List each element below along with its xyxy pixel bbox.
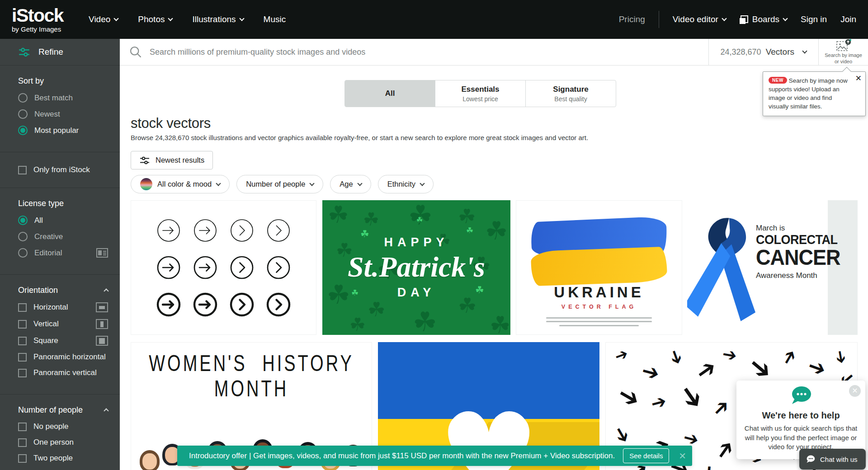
- main-nav: Video Photos Illustrations Music: [89, 14, 286, 24]
- number-of-people-header[interactable]: Number of people: [18, 405, 108, 415]
- people-one-person[interactable]: One person: [18, 438, 108, 447]
- chevron-up-icon: [104, 288, 108, 293]
- new-feature-tooltip: ✕ NEWSearch by image now supports video!…: [763, 71, 866, 116]
- chat-with-us-button[interactable]: Chat with us: [799, 449, 866, 470]
- license-creative[interactable]: Creative: [18, 232, 108, 241]
- only-from-istock-checkbox[interactable]: Only from iStock: [18, 165, 108, 174]
- orientation-section: Orientation Horizontal Vertical Square P…: [0, 275, 120, 395]
- orientation-panoramic-horizontal[interactable]: Panoramic horizontal: [18, 352, 108, 362]
- circle-arrow-icon: [156, 218, 181, 243]
- search-by-image-label: Search by imageor video: [825, 52, 862, 65]
- nav-sign-in[interactable]: Sign in: [801, 14, 827, 24]
- result-colorectal-cancer-awareness[interactable]: March is COLORECTAL CANCER Awareness Mon…: [687, 200, 858, 335]
- nav-join[interactable]: Join: [840, 14, 856, 24]
- istock-logo[interactable]: iStock by Getty Images: [12, 6, 63, 33]
- people-two-people[interactable]: Two people: [18, 454, 108, 463]
- tab-all[interactable]: All: [345, 80, 435, 107]
- shamrock-glyph: ☘: [351, 289, 359, 297]
- orientation-square[interactable]: Square: [18, 336, 108, 346]
- orientation-panoramic-vertical[interactable]: Panoramic vertical: [18, 368, 108, 377]
- sort-by-section: Sort by Best match Newest Most popular: [0, 66, 120, 152]
- circle-arrow-icon: [156, 292, 181, 317]
- nav-photos[interactable]: Photos: [138, 14, 172, 24]
- nav-music[interactable]: Music: [264, 14, 286, 24]
- nav-video-editor[interactable]: Video editor: [673, 14, 726, 24]
- sort-newest[interactable]: Newest: [18, 109, 108, 119]
- stpatrick-happy: HAPPY: [384, 235, 448, 249]
- chevron-down-icon: [420, 181, 425, 186]
- pricing-tier-tabs: All EssentialsLowest price SignatureBest…: [344, 80, 616, 107]
- chevron-down-icon: [114, 16, 119, 21]
- filter-age[interactable]: Age: [330, 175, 371, 193]
- media-type-dropdown[interactable]: 24,328,670 Vectors: [708, 39, 818, 65]
- shamrock-glyph: ☘: [328, 203, 349, 226]
- shamrock-glyph: ☘: [458, 207, 476, 226]
- filter-color-mood[interactable]: All color & mood: [131, 175, 230, 193]
- horizontal-thumb-icon: [96, 302, 108, 312]
- boards-icon: [740, 15, 748, 24]
- arrow-doodle-glyph: ➔: [613, 345, 630, 364]
- search-icon[interactable]: [129, 45, 142, 59]
- filter-number-of-people[interactable]: Number of people: [236, 175, 323, 193]
- see-details-button[interactable]: See details: [623, 448, 669, 463]
- people-no-people[interactable]: No people: [18, 422, 108, 431]
- license-all[interactable]: All: [18, 216, 108, 225]
- womens-title: WOMEN'S HISTORY MONTH: [131, 351, 372, 402]
- popup-close-icon[interactable]: ✕: [849, 385, 861, 397]
- shamrock-glyph: ☘: [327, 282, 350, 308]
- arrow-doodle-glyph: ➔: [721, 345, 738, 365]
- checkbox-icon: [18, 303, 27, 312]
- ukraine-title: UKRAINE: [516, 284, 682, 301]
- refine-panel-header[interactable]: Refine: [0, 39, 120, 66]
- result-ukraine-vector-flag[interactable]: UKRAINE VECTOR FLAG: [516, 200, 682, 335]
- circle-arrow-icon: [266, 218, 291, 243]
- checkbox-icon: [18, 369, 27, 377]
- banner-close-icon[interactable]: ✕: [679, 451, 686, 461]
- nav-boards[interactable]: Boards: [740, 14, 787, 24]
- ukraine-subtitle: VECTOR FLAG: [516, 304, 682, 310]
- sort-most-popular[interactable]: Most popular: [18, 126, 108, 135]
- only-istock-section: Only from iStock: [0, 152, 120, 188]
- filter-ethnicity[interactable]: Ethnicity: [378, 175, 434, 193]
- newest-results-button[interactable]: Newest results: [131, 151, 213, 169]
- shamrock-glyph: ☘: [490, 313, 510, 335]
- square-thumb-icon: [96, 336, 108, 346]
- result-st-patricks-day[interactable]: HAPPY St.Patrick's DAY ☘☘☘☘☘☘☘☘☘☘☘☘☘☘☘☘☘…: [322, 200, 510, 335]
- chat-help-popup: ✕ We're here to help Chat with us for qu…: [736, 381, 865, 459]
- page-description: Browse 24,328,670 stock illustrations an…: [131, 134, 588, 141]
- search-input[interactable]: [150, 47, 708, 57]
- arrow-doodle-glyph: ➔: [708, 395, 734, 420]
- nav-pricing[interactable]: Pricing: [619, 14, 645, 24]
- nav-illustrations[interactable]: Illustrations: [192, 14, 243, 24]
- shamrock-glyph: ☘: [368, 300, 385, 320]
- right-nav: Pricing Video editor Boards Sign in Join: [619, 11, 856, 28]
- promo-text: Introductory offer | Get images, videos,…: [189, 451, 615, 461]
- circle-arrow-icon: [229, 218, 255, 243]
- orientation-horizontal[interactable]: Horizontal: [18, 302, 108, 312]
- chat-popup-title: We're here to help: [743, 410, 859, 421]
- checkbox-icon: [18, 337, 27, 345]
- tab-signature[interactable]: SignatureBest quality: [526, 80, 616, 107]
- chevron-down-icon: [357, 181, 362, 186]
- nav-video[interactable]: Video: [89, 14, 118, 24]
- radio-selected-icon: [18, 216, 28, 225]
- logo-tagline: by Getty Images: [12, 26, 63, 33]
- license-type-section: License type All Creative Editorial: [0, 188, 120, 275]
- tooltip-close-icon[interactable]: ✕: [855, 75, 862, 82]
- orientation-vertical[interactable]: Vertical: [18, 319, 108, 329]
- page-title: stock vectors: [131, 115, 211, 132]
- shamrock-glyph: ☘: [458, 295, 476, 316]
- istock-search-page: iStock by Getty Images Video Photos Illu…: [0, 0, 868, 470]
- license-editorial[interactable]: Editorial: [18, 248, 108, 258]
- orientation-header[interactable]: Orientation: [18, 286, 108, 295]
- search-by-image-button[interactable]: Search by imageor video: [818, 39, 868, 65]
- result-arrows-icon-set[interactable]: [131, 200, 316, 335]
- arrow-doodle-glyph: ➔: [710, 435, 739, 464]
- radio-icon: [18, 109, 28, 119]
- radio-selected-icon: [18, 126, 28, 135]
- tab-essentials[interactable]: EssentialsLowest price: [435, 80, 526, 107]
- chevron-up-icon: [104, 408, 108, 413]
- tooltip-caret: [842, 67, 851, 76]
- sort-best-match[interactable]: Best match: [18, 93, 108, 103]
- promo-banner: Introductory offer | Get images, videos,…: [177, 446, 692, 466]
